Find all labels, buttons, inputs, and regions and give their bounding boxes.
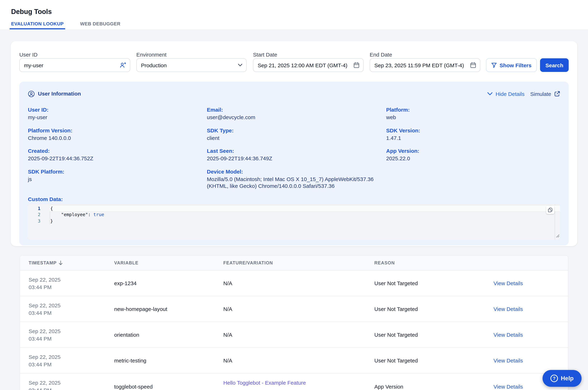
table-row: Sep 22, 202503:44 PM metric-testing N/A … [20, 348, 568, 374]
environment-select[interactable]: Production [136, 58, 246, 72]
feature-link[interactable]: Hello Togglebot - Example Feature [223, 379, 374, 387]
reason-cell: App Version [374, 383, 493, 390]
field-sdk-platform: SDK Platform:js [28, 168, 207, 190]
variable-cell: exp-1234 [114, 280, 223, 286]
table-row: Sep 22, 202503:44 PM exp-1234 N/A User N… [20, 271, 568, 296]
column-feature-variation[interactable]: Feature/Variation [223, 260, 374, 265]
field-last-seen: Last Seen:2025-09-22T19:44:36.749Z [207, 147, 386, 162]
start-date-label: Start Date [253, 51, 364, 58]
end-date-label: End Date [370, 51, 480, 58]
custom-data-section: Custom Data: 1{ 2 "employee": true 3} [28, 195, 560, 240]
variable-cell: new-homepage-layout [114, 306, 223, 312]
feature-cell: N/A [223, 280, 374, 286]
chevron-down-icon [238, 64, 242, 67]
feature-cell: N/A [223, 306, 374, 312]
simulate-button[interactable]: Simulate [530, 91, 560, 97]
column-variable[interactable]: Variable [114, 260, 223, 265]
top-header: Debug Tools EVALUATION LOOKUP WEB DEBUGG… [0, 0, 588, 29]
user-info-fields: User ID:my-user Email:user@devcycle.com … [28, 106, 560, 240]
lookup-card: User ID Environment [11, 41, 577, 246]
show-filters-button[interactable]: Show Filters [486, 58, 537, 72]
field-email: Email:user@devcycle.com [207, 106, 386, 121]
table-row: Sep 22, 202503:44 PM togglebot-speed Hel… [20, 374, 568, 390]
copy-button[interactable] [546, 206, 554, 214]
start-date-input[interactable]: Sep 21, 2025 12:00 AM EDT (GMT-4) [253, 58, 364, 72]
field-device-model: Device Model:Mozilla/5.0 (Macintosh; Int… [207, 168, 386, 190]
resize-handle-icon[interactable] [556, 233, 559, 239]
environment-label: Environment [136, 51, 246, 58]
sort-desc-icon [59, 260, 63, 265]
view-details-link[interactable]: View Details [493, 306, 559, 312]
field-platform-version: Platform Version:Chrome 140.0.0.0 [28, 127, 207, 141]
funnel-icon [491, 62, 497, 68]
panel-title: User Information [38, 90, 81, 97]
user-information-panel: User Information Hide Details Simulate [19, 82, 569, 245]
copy-icon [548, 207, 553, 212]
end-date-input[interactable]: Sep 23, 2025 11:59 PM EDT (GMT-4) [370, 58, 480, 72]
calendar-icon[interactable] [470, 62, 476, 68]
field-empty [386, 168, 560, 190]
view-details-link[interactable]: View Details [493, 332, 559, 338]
view-details-link[interactable]: View Details [493, 280, 559, 286]
reason-cell: User Not Targeted [374, 280, 493, 286]
table-row: Sep 22, 202503:44 PM new-homepage-layout… [20, 296, 568, 322]
user-circle-icon [28, 90, 35, 97]
variable-cell: togglebot-speed [114, 383, 223, 390]
reason-cell: User Not Targeted [374, 357, 493, 364]
reason-cell: User Not Targeted [374, 332, 493, 338]
field-platform: Platform:web [386, 106, 560, 121]
page-body: User ID Environment [0, 29, 588, 390]
field-sdk-type: SDK Type:client [207, 127, 386, 141]
calendar-icon[interactable] [354, 62, 359, 68]
feature-cell: Hello Togglebot - Example Feature [223, 379, 374, 390]
tab-web-debugger[interactable]: WEB DEBUGGER [79, 21, 122, 29]
field-user-id: User ID:my-user [28, 106, 207, 121]
reason-cell: User Not Targeted [374, 306, 493, 312]
filter-row: User ID Environment [19, 51, 569, 72]
user-id-input[interactable] [20, 59, 130, 72]
feature-cell: N/A [223, 357, 374, 364]
custom-data-editor[interactable]: 1{ 2 "employee": true 3} [28, 204, 560, 240]
evaluations-table: Timestamp Variable Feature/Variation Rea… [20, 255, 568, 390]
external-link-icon [554, 91, 560, 97]
hide-details-button[interactable]: Hide Details [488, 91, 525, 97]
field-app-version: App Version:2025.22.0 [386, 147, 560, 162]
column-reason[interactable]: Reason [374, 260, 493, 265]
page-title: Debug Tools [11, 0, 577, 16]
feature-cell: N/A [223, 332, 374, 338]
search-button[interactable]: Search [540, 58, 569, 72]
user-id-label: User ID [19, 51, 130, 58]
user-add-icon[interactable] [120, 62, 126, 68]
variable-cell: orientation [114, 332, 223, 338]
question-mark-icon: ? [550, 375, 558, 382]
custom-data-label: Custom Data: [28, 195, 560, 203]
tab-evaluation-lookup[interactable]: EVALUATION LOOKUP [10, 21, 65, 29]
field-created: Created:2025-09-22T19:44:36.752Z [28, 147, 207, 162]
help-button[interactable]: ? Help [542, 370, 582, 387]
chevron-down-icon [488, 92, 492, 95]
table-header-row: Timestamp Variable Feature/Variation Rea… [20, 255, 568, 271]
table-row: Sep 22, 202503:44 PM orientation N/A Use… [20, 322, 568, 348]
view-details-link[interactable]: View Details [493, 357, 559, 364]
variable-cell: metric-testing [114, 357, 223, 364]
tabs: EVALUATION LOOKUP WEB DEBUGGER [10, 21, 577, 29]
field-sdk-version: SDK Version:1.47.1 [386, 127, 560, 141]
column-timestamp[interactable]: Timestamp [29, 260, 114, 265]
